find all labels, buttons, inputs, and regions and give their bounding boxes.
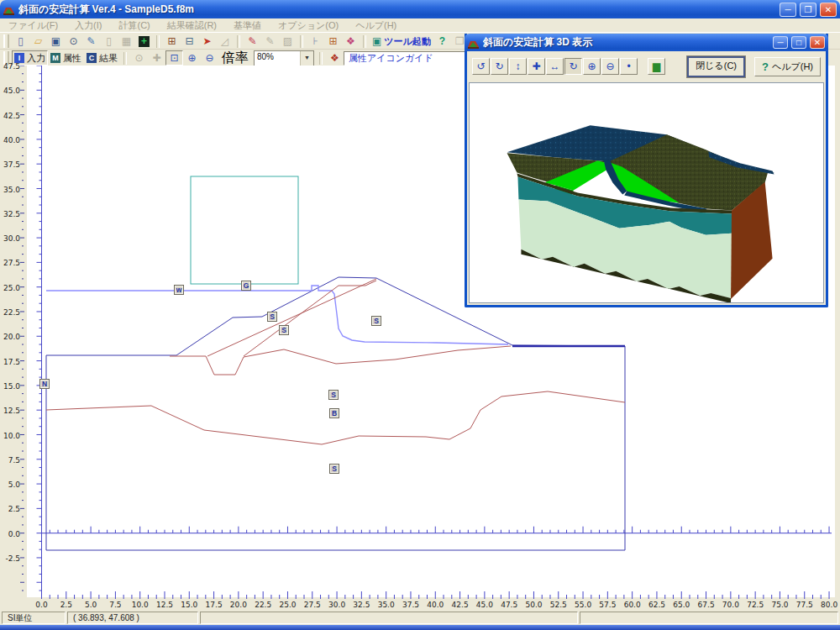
calc-exec-button[interactable]: ⊟ xyxy=(181,34,198,49)
color-table-button[interactable]: ⊞ xyxy=(324,34,342,49)
link-tree-button[interactable]: ⊦ xyxy=(307,34,324,49)
b-plus-icon: + xyxy=(139,36,150,47)
close-3d-button[interactable]: 閉じる(C) xyxy=(687,56,745,77)
zoom-in-button[interactable]: ⊕ xyxy=(583,58,601,75)
y-axis-label: 30.0 xyxy=(0,234,20,243)
legend-bars-button[interactable]: ▆ xyxy=(648,58,665,75)
zoom-extent-button[interactable]: ⊡ xyxy=(165,50,183,66)
run-button[interactable]: ➤ xyxy=(198,34,216,49)
x-axis-label: 67.5 xyxy=(694,601,719,609)
result-mode-button[interactable]: C結果 xyxy=(84,50,120,66)
x-axis-label: 17.5 xyxy=(202,601,227,609)
result-pen-button[interactable]: ✎ xyxy=(244,34,261,49)
toolbar-separator xyxy=(363,35,366,48)
x-axis-label: 2.5 xyxy=(54,601,79,609)
x-axis-label: 47.5 xyxy=(496,601,522,609)
zoom-out-button[interactable]: ⊖ xyxy=(601,58,619,75)
status-panel-4 xyxy=(580,612,838,624)
viewer-3d-viewport[interactable] xyxy=(469,82,824,303)
combobox-dropdown-arrow[interactable]: ▼ xyxy=(300,51,313,66)
viewer-close-x-button[interactable]: ✕ xyxy=(810,36,825,49)
restore-button[interactable]: ❐ xyxy=(800,3,816,17)
x-axis-label: 7.5 xyxy=(102,601,128,609)
calculator-icon: ⊞ xyxy=(167,34,176,48)
move-horizontal-button[interactable]: ↔ xyxy=(546,58,564,75)
attribute-guide-icon: ❖ xyxy=(330,51,339,65)
menu-options: オプション(O) xyxy=(278,19,339,32)
zoom-select-button: ⊙ xyxy=(130,50,148,66)
new-file-icon: ▯ xyxy=(18,34,24,48)
x-axis-label: 12.5 xyxy=(152,601,177,609)
y-axis-label: 47.5 xyxy=(0,62,20,71)
bplus-button[interactable]: + xyxy=(135,34,153,49)
x-axis-label: 20.0 xyxy=(226,601,251,609)
zoom-out-button[interactable]: ⊖ xyxy=(201,50,218,66)
attribute-guide-button[interactable]: ❖ xyxy=(326,50,344,66)
move-vertical-button[interactable]: ↕ xyxy=(509,58,527,75)
pan-hand-button: ✚ xyxy=(148,50,165,66)
result-mode-button-icon: C xyxy=(87,53,97,63)
units-panel: SI単位 xyxy=(2,612,66,624)
attribute-mode-button[interactable]: M属性 xyxy=(48,50,84,66)
menu-standard-values: 基準値 xyxy=(234,19,261,32)
help-button[interactable]: ? xyxy=(433,34,451,49)
taskbar-edge xyxy=(0,625,840,630)
page-setup-button[interactable]: ✎ xyxy=(82,34,100,49)
y-axis-label: 0.0 xyxy=(0,530,20,538)
copy-page-button: ▯ xyxy=(100,34,118,49)
attribute-icon-guide-box[interactable]: 属性アイコンガイド xyxy=(344,51,481,66)
viewer-minimize-button[interactable]: ─ xyxy=(773,36,788,49)
y-axis-label: 32.5 xyxy=(0,210,20,218)
rotate-horizontal-button[interactable]: ↺ xyxy=(472,58,490,75)
window-title: 斜面の安定計算 Ver.4 - SampleD5.f8m xyxy=(18,3,776,17)
status-panel-3 xyxy=(200,612,578,624)
close-button[interactable]: ✕ xyxy=(820,3,837,17)
rotate-free-button[interactable]: ↻ xyxy=(564,58,582,75)
new-file-button[interactable]: ▯ xyxy=(12,34,29,49)
viewer-3d-toolbar: ↺↻↕✚↔↻⊕⊖•▆閉じる(C)?ヘルプ(H) xyxy=(467,51,826,81)
print-preview-button[interactable]: ⊙ xyxy=(65,34,82,49)
y-axis-label: 20.0 xyxy=(0,333,20,341)
rotate-v-icon: ↻ xyxy=(495,60,503,72)
draw-result-button: ◿ xyxy=(216,34,234,49)
x-axis-label: 60.0 xyxy=(620,601,645,609)
y-axis-label: 42.5 xyxy=(0,112,20,120)
x-axis-label: 10.0 xyxy=(128,601,153,609)
magnifier-page-icon: ⊙ xyxy=(69,34,77,48)
attribute-palette-button[interactable]: ❖ xyxy=(342,34,360,49)
edit-pen-button: ✎ xyxy=(261,34,279,49)
tool-launch-button[interactable]: ▣ツール起動 xyxy=(370,34,433,49)
rotate-vertical-button[interactable]: ↻ xyxy=(491,58,508,75)
viewer-3d-title: 斜面の安定計算 3D 表示 xyxy=(483,35,769,50)
zoom-out-icon: ⊖ xyxy=(606,60,614,72)
help-3d-button[interactable]: ?ヘルプ(H) xyxy=(754,57,821,76)
floppy-disk-icon: ▣ xyxy=(51,34,60,48)
y-axis-label: 25.0 xyxy=(0,284,20,292)
x-axis-label: 40.0 xyxy=(423,601,448,609)
zoom-scale-combobox[interactable]: 80%▼ xyxy=(254,50,314,66)
x-axis-label: 55.0 xyxy=(570,601,596,609)
move-button[interactable]: ✚ xyxy=(528,58,545,75)
save-button[interactable]: ▣ xyxy=(47,34,65,49)
viewer-maximize-button[interactable]: □ xyxy=(791,36,806,49)
arrow-leftright-icon: ↔ xyxy=(550,60,560,72)
grid-icon: ▦ xyxy=(122,34,131,48)
y-axis-label: 17.5 xyxy=(0,358,20,366)
hatched-grid-icon: ▨ xyxy=(283,34,292,48)
y-axis-label: 35.0 xyxy=(0,186,20,194)
menu-bar: ファイル(F)入力(I)計算(C)結果確認(R)基準値オプション(O)ヘルプ(H… xyxy=(0,18,840,32)
zoom-in-icon: ⊕ xyxy=(187,51,196,65)
x-axis-label: 42.5 xyxy=(448,601,473,609)
viewer-3d-app-icon xyxy=(468,37,480,49)
pen-icon: ✎ xyxy=(265,34,274,48)
main-titlebar: 斜面の安定計算 Ver.4 - SampleD5.f8m ─ ❐ ✕ xyxy=(0,0,840,18)
zoom-reset-button[interactable]: • xyxy=(620,58,638,75)
minimize-button[interactable]: ─ xyxy=(780,3,796,17)
toolbar-handle[interactable] xyxy=(3,34,9,48)
open-file-button[interactable]: ▱ xyxy=(29,34,47,49)
question-icon: ? xyxy=(439,34,445,48)
calc-condition-button[interactable]: ⊞ xyxy=(163,34,181,49)
zoom-in-button[interactable]: ⊕ xyxy=(183,50,201,66)
y-axis-label: 40.0 xyxy=(0,136,20,144)
arrow-cross-icon: ✚ xyxy=(532,60,540,72)
